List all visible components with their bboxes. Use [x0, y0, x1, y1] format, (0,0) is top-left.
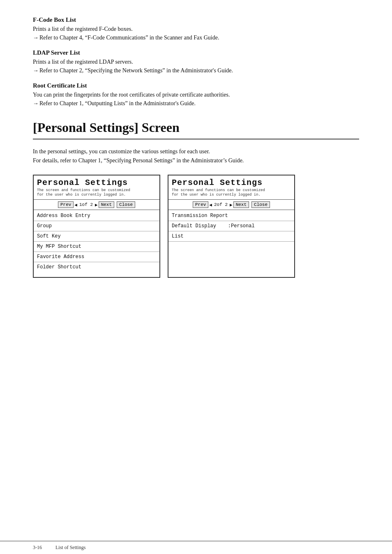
ldap-server-list-body: Prints a list of the registered LDAP ser…	[33, 58, 359, 75]
page-title: [Personal Settings] Screen	[33, 120, 359, 140]
screen2-title: Personal Settings	[172, 178, 291, 187]
screen2-page-info: 2of 2	[214, 202, 228, 207]
screen2-next-button[interactable]: Next	[233, 201, 249, 208]
footer-page-number: 3-16	[33, 545, 42, 551]
footer-separator	[47, 545, 51, 551]
root-certificate-list-ref: Refer to Chapter 1, “Outputting Lists” i…	[33, 100, 196, 106]
fcode-box-list-heading: F-Code Box List	[33, 16, 359, 23]
screen1-item-favorite-address[interactable]: Favorite Address	[34, 252, 159, 262]
screen1-item-soft-key[interactable]: Soft Key	[34, 231, 159, 242]
intro-text: In the personal settings, you can custom…	[33, 147, 359, 166]
screen1-item-group[interactable]: Group	[34, 221, 159, 231]
ldap-server-list-text: Prints a list of the registered LDAP ser…	[33, 59, 133, 65]
screen2-item-transmission-report[interactable]: Transmission Report	[168, 211, 294, 221]
footer: 3-16 List of Settings	[0, 541, 392, 554]
screen1-items: Address Book Entry Group Soft Key My MFP…	[34, 210, 159, 273]
root-certificate-list-heading: Root Certificate List	[33, 82, 359, 89]
screen2-subtitle: The screen and functions can be customiz…	[172, 188, 291, 198]
screen1-header: Personal Settings The screen and functio…	[34, 175, 159, 200]
fcode-box-list-body: Prints a list of the registered F-Code b…	[33, 25, 359, 42]
screen2-close-button[interactable]: Close	[251, 201, 270, 208]
screen2-item-empty2	[168, 253, 294, 265]
fcode-box-list-ref: Refer to Chapter 4, “F-Code Communicatio…	[33, 35, 219, 41]
screen1-item-address-book-entry[interactable]: Address Book Entry	[34, 211, 159, 221]
screen2-item-empty3	[168, 265, 294, 276]
screen1-next-button[interactable]: Next	[99, 201, 114, 208]
screen2: Personal Settings The screen and functio…	[168, 175, 295, 278]
root-certificate-list-text: You can print the fingerprints for the r…	[33, 92, 230, 98]
screen1-title: Personal Settings	[37, 178, 156, 187]
screen2-prev-button[interactable]: Prev	[193, 201, 208, 208]
screen2-item-default-display[interactable]: Default Display :Personal	[168, 221, 294, 231]
ldap-server-list-ref: Refer to Chapter 2, “Specifying the Netw…	[33, 67, 233, 74]
screen1-subtitle: The screen and functions can be customiz…	[37, 188, 156, 198]
screen2-item-empty1	[168, 242, 294, 253]
ldap-server-list-section: LDAP Server List Prints a list of the re…	[33, 49, 359, 75]
fcode-box-list-section: F-Code Box List Prints a list of the reg…	[33, 16, 359, 42]
screen1-prev-button[interactable]: Prev	[58, 201, 74, 208]
screen2-items: Transmission Report Default Display :Per…	[168, 210, 294, 277]
screen1: Personal Settings The screen and functio…	[33, 175, 160, 278]
screen1-item-folder-shortcut[interactable]: Folder Shortcut	[34, 262, 159, 272]
screen2-header: Personal Settings The screen and functio…	[168, 175, 294, 200]
root-certificate-list-body: You can print the fingerprints for the r…	[33, 90, 359, 108]
screen2-item-list[interactable]: List	[168, 231, 294, 242]
fcode-box-list-text: Prints a list of the registered F-Code b…	[33, 26, 133, 32]
screen1-item-my-mfp-shortcut[interactable]: My MFP Shortcut	[34, 242, 159, 252]
screens-container: Personal Settings The screen and functio…	[33, 175, 359, 278]
screen1-close-button[interactable]: Close	[117, 201, 135, 208]
ldap-server-list-heading: LDAP Server List	[33, 49, 359, 56]
footer-section-name: List of Settings	[55, 545, 85, 551]
screen1-nav: Prev ◀ 1of 2 ▶ Next Close	[34, 200, 159, 210]
screen2-nav: Prev ◀ 2of 2 ▶ Next Close	[168, 200, 294, 210]
screen1-page-info: 1of 2	[79, 202, 93, 207]
root-certificate-list-section: Root Certificate List You can print the …	[33, 82, 359, 108]
